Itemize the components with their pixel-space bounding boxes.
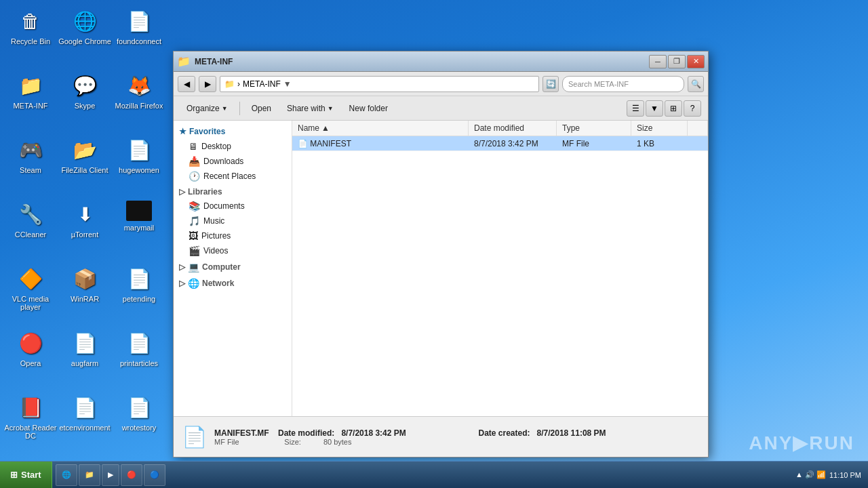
desktop-icon-acrobat[interactable]: 📕 Acrobat Reader DC — [3, 390, 58, 454]
navigation-pane: ★ Favorites 🖥 Desktop 📥 Downloads 🕐 Rece… — [174, 121, 292, 416]
address-bar: ◀ ▶ 📁 › META-INF ▼ 🔄 Search META-INF 🔍 — [174, 72, 708, 96]
desktop-icon-marymail[interactable]: marymail — [112, 197, 166, 261]
taskbar-app-opera-taskbar[interactable]: 🔴 — [121, 464, 142, 486]
hugewomen-label: hugewomen — [119, 166, 159, 174]
start-button[interactable]: ⊞ Start — [0, 462, 52, 489]
column-header-name[interactable]: Name ▲ — [292, 121, 469, 136]
taskbar: ⊞ Start 🌐 📁 ▶ 🔴 🔵 ▲ 🔊 📶 11:10 PM — [0, 461, 868, 488]
taskbar-app-wmp[interactable]: ▶ — [102, 464, 119, 486]
meta-inf-icon: 📁 — [17, 72, 44, 99]
libraries-label: Libraries — [188, 187, 222, 197]
desktop-nav-label: Desktop — [201, 142, 231, 151]
column-header-size[interactable]: Size — [631, 121, 688, 136]
preview-pane-button[interactable]: ⊞ — [665, 100, 682, 117]
refresh-button[interactable]: 🔄 — [542, 76, 559, 92]
address-field[interactable]: 📁 › META-INF ▼ — [220, 76, 539, 92]
skype-icon: 💬 — [71, 72, 98, 99]
share-with-button[interactable]: Share with ▼ — [281, 100, 340, 117]
desktop-icon-hugewomen[interactable]: 📄 hugewomen — [112, 132, 166, 197]
desktop-nav-icon: 🖥 — [189, 141, 198, 152]
column-header-type[interactable]: Type — [557, 121, 631, 136]
sidebar-item-music[interactable]: 🎵 Music — [174, 214, 292, 228]
status-size-label: Size: — [284, 438, 300, 446]
minimize-button[interactable]: ─ — [649, 55, 667, 68]
back-button[interactable]: ◀ — [178, 76, 195, 92]
recent-places-nav-label: Recent Places — [203, 171, 256, 181]
sidebar-item-desktop[interactable]: 🖥 Desktop — [174, 139, 292, 154]
petending-icon: 📄 — [125, 265, 153, 292]
open-button[interactable]: Open — [245, 100, 277, 117]
documents-nav-label: Documents — [203, 201, 245, 211]
desktop-icon-steam[interactable]: 🎮 Steam — [3, 132, 58, 197]
computer-expand-icon: ▷ — [179, 262, 185, 272]
address-icon: 📁 — [224, 79, 235, 89]
forward-button[interactable]: ▶ — [199, 76, 216, 92]
desktop-icon-etcenviron[interactable]: 📄 etcenvironment — [58, 390, 112, 454]
marymail-label: marymail — [124, 224, 155, 232]
desktop-icon-filezilla[interactable]: 📂 FileZilla Client — [58, 132, 112, 197]
wrotestory-icon: 📄 — [125, 394, 153, 421]
desktop-icon-winrar[interactable]: 📦 WinRAR — [58, 261, 112, 325]
file-list-header: Name ▲ Date modified Type Size — [292, 121, 708, 136]
network-nav-item[interactable]: ▷ 🌐 Network — [174, 274, 292, 291]
clock-time: 11:10 PM — [829, 471, 861, 479]
window-title-icon: 📁 — [177, 55, 191, 68]
desktop-icon-petending[interactable]: 📄 petending — [112, 261, 166, 325]
help-button[interactable]: ? — [684, 100, 701, 117]
desktop-icon-recycle-bin[interactable]: 🗑 Recycle Bin — [3, 3, 58, 68]
views-dropdown-button[interactable]: ▼ — [646, 100, 663, 117]
desktop-icon-utorrent[interactable]: ⬇ µTorrent — [58, 197, 112, 261]
sidebar-item-pictures[interactable]: 🖼 Pictures — [174, 228, 292, 243]
views-button[interactable]: ☰ — [627, 100, 644, 117]
firefox-icon: 🦊 — [125, 72, 153, 99]
content-area: ★ Favorites 🖥 Desktop 📥 Downloads 🕐 Rece… — [174, 121, 708, 416]
desktop-icon-opera[interactable]: 🔴 Opera — [3, 325, 58, 390]
network-nav-icon: 🌐 — [188, 278, 199, 289]
favorites-star-icon: ★ — [179, 127, 186, 136]
anyrun-watermark: ANY▶RUN — [749, 432, 854, 454]
wrotestory-label: wrotestory — [122, 424, 157, 432]
desktop-icon-firefox[interactable]: 🦊 Mozilla Firefox — [112, 68, 166, 132]
taskbar-app-ie[interactable]: 🌐 — [56, 464, 77, 486]
tray-icons: ▲ 🔊 📶 — [795, 470, 826, 479]
column-header-date[interactable]: Date modified — [469, 121, 557, 136]
desktop-icon-foundconnect[interactable]: 📄 foundconnect — [112, 3, 166, 68]
desktop-icon-skype[interactable]: 💬 Skype — [58, 68, 112, 132]
libraries-header[interactable]: ▷ Libraries — [174, 184, 292, 199]
col-name-label: Name — [298, 123, 319, 133]
taskbar-app-explorer[interactable]: 📁 — [79, 464, 100, 486]
videos-nav-label: Videos — [203, 246, 228, 256]
organize-chevron-icon: ▼ — [222, 105, 228, 112]
table-row[interactable]: 📄 MANIFEST 8/7/2018 3:42 PM MF File 1 KB — [292, 136, 708, 151]
desktop-icon-vlc[interactable]: 🔶 VLC media player — [3, 261, 58, 325]
sidebar-item-downloads[interactable]: 📥 Downloads — [174, 154, 292, 169]
computer-nav-icon: 💻 — [188, 262, 199, 272]
restore-button[interactable]: ❐ — [668, 55, 686, 68]
desktop-icon-chrome[interactable]: 🌐 Google Chrome — [58, 3, 112, 68]
desktop-icon-augfarm[interactable]: 📄 augfarm — [58, 325, 112, 390]
status-details: MF File Size: 80 bytes — [214, 438, 701, 446]
computer-nav-item[interactable]: ▷ 💻 Computer — [174, 258, 292, 274]
address-dropdown-icon[interactable]: ▼ — [283, 79, 294, 89]
foundconnect-icon: 📄 — [125, 7, 153, 35]
sidebar-item-documents[interactable]: 📚 Documents — [174, 199, 292, 214]
sidebar-item-videos[interactable]: 🎬 Videos — [174, 243, 292, 258]
status-filename: MANIFEST.MF Date modified: 8/7/2018 3:42… — [214, 428, 701, 438]
search-button[interactable]: 🔍 — [688, 76, 704, 92]
sidebar-item-recent-places[interactable]: 🕐 Recent Places — [174, 169, 292, 184]
column-header-extra — [688, 121, 708, 136]
status-info: MANIFEST.MF Date modified: 8/7/2018 3:42… — [214, 428, 701, 446]
taskbar-app-chrome[interactable]: 🔵 — [144, 464, 165, 486]
organize-button[interactable]: Organize ▼ — [180, 100, 234, 117]
search-box[interactable]: Search META-INF — [562, 76, 684, 92]
search-placeholder: Search META-INF — [568, 80, 629, 88]
desktop-icon-wrotestory[interactable]: 📄 wrotestory — [112, 390, 166, 454]
desktop-icon-ccleaner[interactable]: 🔧 CCleaner — [3, 197, 58, 261]
file-list-pane: Name ▲ Date modified Type Size 📄 — [292, 121, 708, 416]
close-button[interactable]: ✕ — [687, 55, 705, 68]
status-bar: 📄 MANIFEST.MF Date modified: 8/7/2018 3:… — [174, 416, 708, 457]
desktop-icon-meta-inf[interactable]: 📁 META-INF — [3, 68, 58, 132]
favorites-header[interactable]: ★ Favorites — [174, 124, 292, 139]
desktop-icon-printarticles[interactable]: 📄 printarticles — [112, 325, 166, 390]
new-folder-button[interactable]: New folder — [343, 100, 394, 117]
